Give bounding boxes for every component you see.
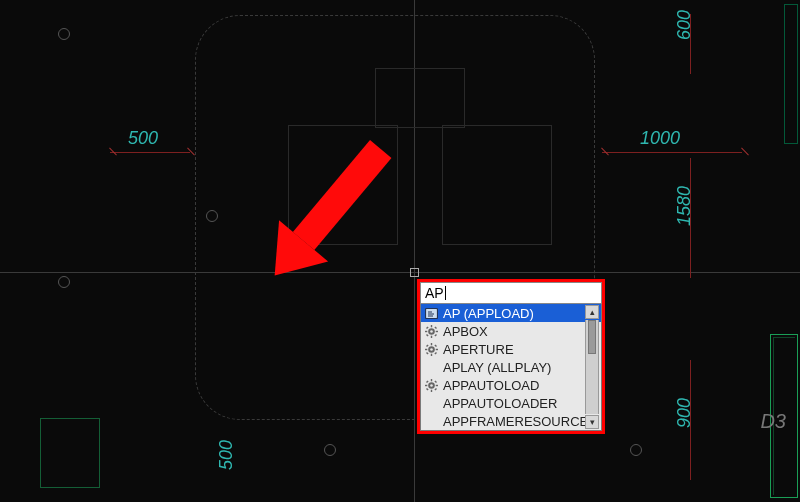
gear-icon (425, 343, 438, 356)
dimension-text: 1000 (640, 128, 680, 149)
scrollbar-track[interactable] (585, 320, 599, 414)
command-autocomplete: AP ▴ ▾ AP (APPLOAD)APBOXAPERTUREAPLAY (A… (420, 282, 602, 431)
none (425, 361, 438, 374)
text-caret (445, 286, 446, 300)
suggestion-label: APPFRAMERESOURCES (443, 414, 597, 429)
gear-icon (425, 325, 438, 338)
inner-rect-top (375, 68, 465, 128)
suggestion-item[interactable]: APPAUTOLOAD (421, 376, 601, 394)
none (425, 415, 438, 428)
drill-mark (58, 28, 70, 40)
dimension-text: 600 (674, 10, 695, 40)
scroll-up-button[interactable]: ▴ (585, 305, 599, 319)
scrollbar-thumb[interactable] (588, 320, 596, 354)
dimension-text: 500 (128, 128, 158, 149)
suggestion-item[interactable]: AP (APPLOAD) (421, 304, 601, 322)
dimension-text: 500 (216, 440, 237, 470)
command-input-value: AP (425, 285, 444, 301)
drill-mark (206, 210, 218, 222)
dimension-text: 900 (674, 398, 695, 428)
suggestion-label: APPAUTOLOAD (443, 378, 539, 393)
drill-mark (630, 444, 642, 456)
suggestion-label: APBOX (443, 324, 488, 339)
dim-line (110, 152, 190, 153)
dimension-text: 1580 (674, 186, 695, 226)
suggestion-label: APPAUTOLOADER (443, 396, 557, 411)
cad-canvas[interactable]: 500 1000 600 1580 900 500 D3 (0, 0, 800, 502)
suggestion-item[interactable]: APPFRAMERESOURCES (421, 412, 601, 430)
suggestion-item[interactable]: APBOX (421, 322, 601, 340)
gear-icon (425, 379, 438, 392)
suggestion-label: AP (APPLOAD) (443, 306, 534, 321)
grid-label: D3 (760, 410, 786, 433)
suggestion-label: APLAY (ALLPLAY) (443, 360, 551, 375)
inner-rect-right (442, 125, 552, 245)
none (425, 397, 438, 410)
dim-line (602, 152, 742, 153)
suggestion-item[interactable]: APLAY (ALLPLAY) (421, 358, 601, 376)
suggestion-item[interactable]: APERTURE (421, 340, 601, 358)
drill-mark (324, 444, 336, 456)
lisp-icon (425, 307, 438, 320)
edge-strip-top-right (784, 4, 798, 144)
drill-mark (58, 276, 70, 288)
dim-tick (741, 148, 749, 156)
suggestion-label: APERTURE (443, 342, 514, 357)
suggestion-item[interactable]: APPAUTOLOADER (421, 394, 601, 412)
scroll-down-button[interactable]: ▾ (585, 415, 599, 429)
command-input[interactable]: AP (420, 282, 602, 304)
left-bottom-box (40, 418, 100, 488)
command-suggestion-list: ▴ ▾ AP (APPLOAD)APBOXAPERTUREAPLAY (ALLP… (420, 304, 602, 431)
